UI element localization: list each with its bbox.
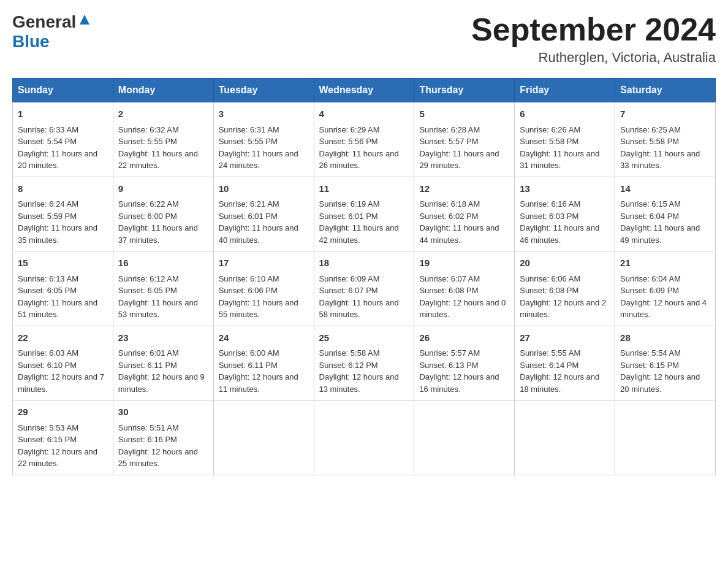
daylight-label: Daylight: 12 hours and 0 minutes. bbox=[419, 298, 506, 320]
sunrise-label: Sunrise: 6:00 AM bbox=[219, 348, 279, 358]
day-number: 10 bbox=[219, 182, 309, 196]
logo-triangle-icon bbox=[78, 13, 91, 28]
sunrise-label: Sunrise: 6:26 AM bbox=[520, 125, 580, 134]
sunrise-label: Sunrise: 6:32 AM bbox=[118, 125, 179, 134]
daylight-label: Daylight: 12 hours and 13 minutes. bbox=[319, 372, 399, 394]
sunset-label: Sunset: 6:08 PM bbox=[520, 286, 578, 295]
daylight-label: Daylight: 12 hours and 4 minutes. bbox=[620, 298, 707, 320]
page-header: General Blue September 2024 Rutherglen, … bbox=[12, 12, 716, 66]
sunset-label: Sunset: 5:55 PM bbox=[118, 137, 177, 146]
sunrise-label: Sunrise: 6:15 AM bbox=[620, 199, 681, 209]
day-number: 21 bbox=[620, 256, 710, 270]
sunrise-label: Sunrise: 6:03 AM bbox=[18, 348, 78, 358]
calendar-cell: 24Sunrise: 6:00 AMSunset: 6:11 PMDayligh… bbox=[213, 326, 314, 400]
calendar-cell: 18Sunrise: 6:09 AMSunset: 6:07 PMDayligh… bbox=[314, 251, 414, 326]
sunrise-label: Sunrise: 6:09 AM bbox=[319, 274, 380, 283]
sunrise-label: Sunrise: 6:19 AM bbox=[319, 199, 380, 209]
calendar-cell: 12Sunrise: 6:18 AMSunset: 6:02 PMDayligh… bbox=[414, 177, 515, 251]
daylight-label: Daylight: 11 hours and 29 minutes. bbox=[419, 149, 499, 170]
logo: General Blue bbox=[12, 12, 91, 52]
calendar-cell: 16Sunrise: 6:12 AMSunset: 6:05 PMDayligh… bbox=[113, 251, 213, 326]
calendar-cell: 22Sunrise: 6:03 AMSunset: 6:10 PMDayligh… bbox=[13, 326, 113, 400]
sunset-label: Sunset: 6:15 PM bbox=[18, 435, 77, 444]
sunrise-label: Sunrise: 5:53 AM bbox=[18, 423, 78, 432]
sunset-label: Sunset: 6:10 PM bbox=[18, 361, 77, 370]
daylight-label: Daylight: 11 hours and 40 minutes. bbox=[219, 223, 298, 245]
daylight-label: Daylight: 11 hours and 35 minutes. bbox=[18, 223, 97, 245]
day-number: 6 bbox=[520, 107, 610, 121]
sunset-label: Sunset: 6:12 PM bbox=[319, 361, 378, 370]
sunrise-label: Sunrise: 6:22 AM bbox=[118, 199, 179, 209]
day-header-saturday: Saturday bbox=[615, 79, 716, 102]
sunset-label: Sunset: 6:11 PM bbox=[219, 361, 278, 370]
day-number: 19 bbox=[419, 256, 509, 270]
month-title: September 2024 bbox=[471, 12, 716, 47]
day-number: 27 bbox=[520, 331, 610, 345]
sunrise-label: Sunrise: 5:58 AM bbox=[319, 348, 380, 358]
daylight-label: Daylight: 11 hours and 24 minutes. bbox=[219, 149, 298, 170]
sunset-label: Sunset: 6:15 PM bbox=[620, 361, 679, 370]
sunrise-label: Sunrise: 6:31 AM bbox=[219, 125, 279, 134]
day-number: 17 bbox=[219, 256, 309, 270]
day-number: 3 bbox=[219, 107, 309, 121]
daylight-label: Daylight: 11 hours and 22 minutes. bbox=[118, 149, 198, 170]
day-number: 12 bbox=[419, 182, 509, 196]
sunset-label: Sunset: 5:55 PM bbox=[219, 137, 278, 146]
daylight-label: Daylight: 11 hours and 55 minutes. bbox=[219, 298, 298, 320]
daylight-label: Daylight: 12 hours and 2 minutes. bbox=[520, 298, 606, 320]
day-number: 25 bbox=[319, 331, 409, 345]
sunrise-label: Sunrise: 6:18 AM bbox=[419, 199, 480, 209]
title-area: September 2024 Rutherglen, Victoria, Aus… bbox=[471, 12, 716, 66]
calendar-cell: 20Sunrise: 6:06 AMSunset: 6:08 PMDayligh… bbox=[515, 251, 615, 326]
calendar-cell: 14Sunrise: 6:15 AMSunset: 6:04 PMDayligh… bbox=[615, 177, 716, 251]
week-row-4: 22Sunrise: 6:03 AMSunset: 6:10 PMDayligh… bbox=[13, 326, 716, 400]
day-number: 18 bbox=[319, 256, 409, 270]
day-number: 22 bbox=[18, 331, 108, 345]
calendar-cell: 26Sunrise: 5:57 AMSunset: 6:13 PMDayligh… bbox=[414, 326, 515, 400]
calendar-cell: 4Sunrise: 6:29 AMSunset: 5:56 PMDaylight… bbox=[314, 102, 414, 177]
week-row-1: 1Sunrise: 6:33 AMSunset: 5:54 PMDaylight… bbox=[13, 102, 716, 177]
sunset-label: Sunset: 6:01 PM bbox=[319, 212, 378, 221]
day-number: 16 bbox=[118, 256, 208, 270]
day-number: 30 bbox=[118, 405, 208, 419]
week-row-3: 15Sunrise: 6:13 AMSunset: 6:05 PMDayligh… bbox=[13, 251, 716, 326]
sunset-label: Sunset: 6:16 PM bbox=[118, 435, 177, 444]
calendar-cell: 9Sunrise: 6:22 AMSunset: 6:00 PMDaylight… bbox=[113, 177, 213, 251]
day-number: 28 bbox=[620, 331, 710, 345]
day-number: 20 bbox=[520, 256, 610, 270]
daylight-label: Daylight: 12 hours and 22 minutes. bbox=[18, 447, 97, 469]
day-header-wednesday: Wednesday bbox=[314, 79, 414, 102]
calendar-cell: 27Sunrise: 5:55 AMSunset: 6:14 PMDayligh… bbox=[515, 326, 615, 400]
sunrise-label: Sunrise: 6:04 AM bbox=[620, 274, 681, 283]
sunrise-label: Sunrise: 6:24 AM bbox=[18, 199, 78, 209]
calendar-cell: 10Sunrise: 6:21 AMSunset: 6:01 PMDayligh… bbox=[213, 177, 314, 251]
daylight-label: Daylight: 11 hours and 53 minutes. bbox=[118, 298, 198, 320]
sunset-label: Sunset: 6:14 PM bbox=[520, 361, 578, 370]
calendar-cell: 30Sunrise: 5:51 AMSunset: 6:16 PMDayligh… bbox=[113, 400, 213, 475]
calendar-cell: 19Sunrise: 6:07 AMSunset: 6:08 PMDayligh… bbox=[414, 251, 515, 326]
calendar-cell: 28Sunrise: 5:54 AMSunset: 6:15 PMDayligh… bbox=[615, 326, 716, 400]
calendar-cell: 17Sunrise: 6:10 AMSunset: 6:06 PMDayligh… bbox=[213, 251, 314, 326]
day-number: 29 bbox=[18, 405, 108, 419]
day-number: 26 bbox=[419, 331, 509, 345]
sunset-label: Sunset: 6:02 PM bbox=[419, 212, 478, 221]
daylight-label: Daylight: 11 hours and 51 minutes. bbox=[18, 298, 97, 320]
sunset-label: Sunset: 6:07 PM bbox=[319, 286, 378, 295]
day-header-tuesday: Tuesday bbox=[213, 79, 314, 102]
sunrise-label: Sunrise: 5:57 AM bbox=[419, 348, 480, 358]
sunset-label: Sunset: 6:05 PM bbox=[18, 286, 77, 295]
day-header-friday: Friday bbox=[515, 79, 615, 102]
calendar-cell: 25Sunrise: 5:58 AMSunset: 6:12 PMDayligh… bbox=[314, 326, 414, 400]
calendar-cell: 2Sunrise: 6:32 AMSunset: 5:55 PMDaylight… bbox=[113, 102, 213, 177]
day-header-sunday: Sunday bbox=[13, 79, 113, 102]
sunset-label: Sunset: 6:04 PM bbox=[620, 212, 679, 221]
calendar-cell: 15Sunrise: 6:13 AMSunset: 6:05 PMDayligh… bbox=[13, 251, 113, 326]
logo-general-text: General bbox=[12, 12, 76, 32]
calendar-cell: 11Sunrise: 6:19 AMSunset: 6:01 PMDayligh… bbox=[314, 177, 414, 251]
day-number: 7 bbox=[620, 107, 710, 121]
calendar-cell: 13Sunrise: 6:16 AMSunset: 6:03 PMDayligh… bbox=[515, 177, 615, 251]
daylight-label: Daylight: 12 hours and 16 minutes. bbox=[419, 372, 499, 394]
day-number: 1 bbox=[18, 107, 108, 121]
sunrise-label: Sunrise: 6:10 AM bbox=[219, 274, 279, 283]
sunset-label: Sunset: 6:05 PM bbox=[118, 286, 177, 295]
